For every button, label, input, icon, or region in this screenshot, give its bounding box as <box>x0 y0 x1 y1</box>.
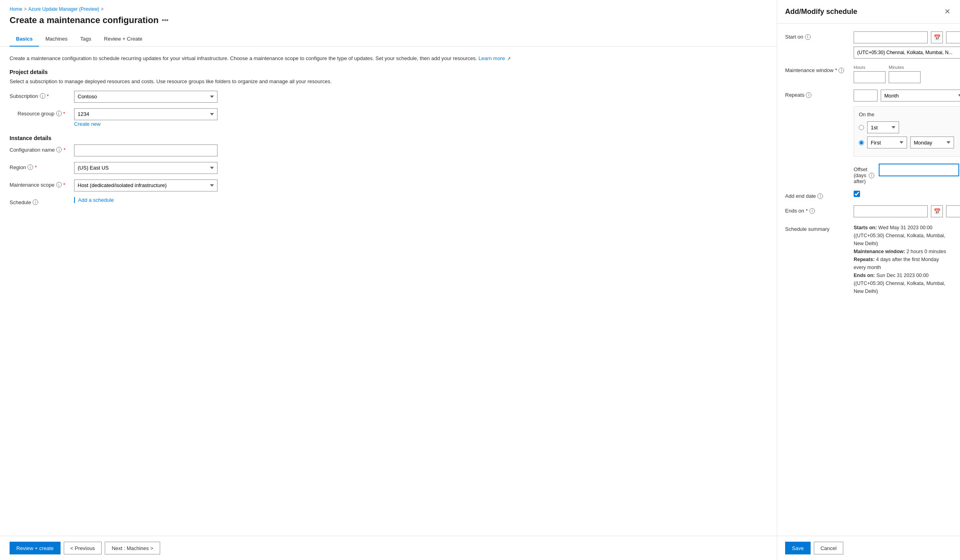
region-info-icon[interactable]: i <box>27 164 33 170</box>
schedule-summary-text: Starts on: Wed May 31 2023 00:00 ((UTC+0… <box>854 224 952 295</box>
config-name-row: Configuration name i * <box>10 144 767 156</box>
start-on-time-input[interactable]: 12:00 AM <box>946 31 960 43</box>
start-on-controls: 05/31/2023 📅 12:00 AM (UTC+05:30) Chenna… <box>854 31 960 59</box>
page-title: Create a maintenance configuration ••• <box>10 15 767 25</box>
minutes-group: Minutes 0 <box>889 65 921 83</box>
offset-info-icon[interactable]: i <box>869 173 874 178</box>
config-name-input[interactable] <box>74 144 217 156</box>
resource-group-control: 1234 Create new <box>74 108 217 127</box>
ends-on-row: Ends on * i 12/31/2023 📅 12:00 AM <box>785 205 952 217</box>
ends-on-info-icon[interactable]: i <box>809 208 815 214</box>
config-name-control <box>74 144 217 156</box>
region-select[interactable]: (US) East US <box>74 162 217 174</box>
region-label: Region i * <box>10 162 69 170</box>
project-details-title: Project details <box>10 69 767 75</box>
schedule-summary-row: Schedule summary Starts on: Wed May 31 2… <box>785 224 952 295</box>
panel-title: Add/Modify schedule <box>785 8 857 16</box>
panel-footer: Save Cancel <box>777 536 960 560</box>
on-the-radio-2[interactable] <box>859 140 864 145</box>
review-create-button[interactable]: Review + create <box>10 542 61 554</box>
on-the-ordinal-select[interactable]: First <box>867 137 907 148</box>
breadcrumb-sep2: > <box>101 6 104 12</box>
previous-button[interactable]: < Previous <box>64 542 102 554</box>
on-the-day-select[interactable]: Monday <box>910 137 954 148</box>
tab-basics[interactable]: Basics <box>10 32 39 47</box>
maintenance-window-row: Maintenance window * i Hours 2 Minutes 0 <box>785 65 952 83</box>
start-on-row: Start on i 05/31/2023 📅 12:00 AM (UTC+05… <box>785 31 952 59</box>
subscription-select[interactable]: Contoso <box>74 91 217 103</box>
region-row: Region i * (US) East US <box>10 162 767 174</box>
hours-group: Hours 2 <box>854 65 886 83</box>
maintenance-scope-info-icon[interactable]: i <box>56 182 62 187</box>
start-on-date-input[interactable]: 05/31/2023 <box>854 31 928 43</box>
offset-input[interactable]: 4 <box>879 164 959 176</box>
add-end-date-label: Add end date i <box>785 191 849 199</box>
repeats-count-input[interactable]: 1 <box>854 90 878 101</box>
more-options-icon[interactable]: ••• <box>162 17 168 24</box>
schedule-summary-controls: Starts on: Wed May 31 2023 00:00 ((UTC+0… <box>854 224 952 295</box>
config-name-info-icon[interactable]: i <box>56 147 62 152</box>
add-end-date-checkbox[interactable] <box>854 191 860 197</box>
create-new-link[interactable]: Create new <box>74 121 217 127</box>
tab-tags[interactable]: Tags <box>74 32 98 47</box>
panel-save-button[interactable]: Save <box>785 542 811 554</box>
start-on-info-icon[interactable]: i <box>805 34 811 40</box>
breadcrumb-home[interactable]: Home <box>10 6 22 12</box>
radio-row-1: 1st <box>859 121 960 133</box>
breadcrumb-sep1: > <box>24 6 27 12</box>
on-the-section: On the 1st First <box>854 106 960 157</box>
repeats-controls: 1 Month On the 1st <box>854 90 960 184</box>
ends-on-date-input[interactable]: 12/31/2023 <box>854 205 928 217</box>
panel-close-button[interactable]: ✕ <box>943 6 952 17</box>
maintenance-scope-row: Maintenance scope i * Host (dedicated/is… <box>10 180 767 191</box>
ends-on-label: Ends on * i <box>785 205 849 214</box>
hours-input[interactable]: 2 <box>854 71 886 83</box>
ends-on-calendar-icon[interactable]: 📅 <box>931 205 943 217</box>
subscription-info-icon[interactable]: i <box>40 93 45 99</box>
repeats-row: Repeats i 1 Month On the <box>785 90 952 184</box>
project-details-desc: Select a subscription to manage deployed… <box>10 78 767 84</box>
offset-label: Offset (days after) i <box>854 164 874 184</box>
resource-group-info-icon[interactable]: i <box>56 111 62 116</box>
offset-row: Offset (days after) i 4 ✓ <box>854 164 960 184</box>
repeats-period-select[interactable]: Month <box>881 90 960 101</box>
start-on-timezone-select[interactable]: (UTC+05:30) Chennai, Kolkata, Mumbai, N.… <box>854 47 960 59</box>
subscription-label: Subscription i * <box>10 91 69 99</box>
learn-more-link[interactable]: Learn more <box>478 55 505 61</box>
panel-cancel-button[interactable]: Cancel <box>814 542 843 554</box>
subscription-row: Subscription i * Contoso <box>10 91 767 103</box>
repeats-input-row: 1 Month <box>854 90 960 101</box>
page-header: Home > Azure Update Manager (Preview) > … <box>0 0 777 32</box>
add-end-date-info-icon[interactable]: i <box>817 193 823 199</box>
maintenance-scope-label: Maintenance scope i * <box>10 180 69 188</box>
on-the-day-num-select[interactable]: 1st <box>867 121 899 133</box>
content-area: Create a maintenance configuration to sc… <box>0 47 777 536</box>
footer-bar: Review + create < Previous Next : Machin… <box>0 536 777 560</box>
schedule-summary-label: Schedule summary <box>785 224 849 232</box>
tab-review-create[interactable]: Review + Create <box>98 32 149 47</box>
on-the-radio-1[interactable] <box>859 125 864 130</box>
radio-row-2: First Monday <box>859 137 960 148</box>
breadcrumb: Home > Azure Update Manager (Preview) > <box>10 6 767 12</box>
minutes-label: Minutes <box>889 65 921 70</box>
maintenance-window-label: Maintenance window * i <box>785 65 849 73</box>
next-machines-button[interactable]: Next : Machines > <box>105 542 160 554</box>
schedule-row: Schedule i Add a schedule <box>10 197 767 205</box>
repeats-info-icon[interactable]: i <box>806 92 811 98</box>
schedule-label: Schedule i <box>10 197 69 205</box>
add-schedule-link[interactable]: Add a schedule <box>74 197 114 203</box>
maintenance-scope-select[interactable]: Host (dedicated/isolated infrastructure) <box>74 180 217 191</box>
ends-on-time-input[interactable]: 12:00 AM <box>946 205 960 217</box>
ends-on-date-row: 12/31/2023 📅 12:00 AM <box>854 205 960 217</box>
start-on-calendar-icon[interactable]: 📅 <box>931 31 943 43</box>
maintenance-window-info-icon[interactable]: i <box>839 68 844 73</box>
schedule-info-icon[interactable]: i <box>33 199 38 205</box>
minutes-input[interactable]: 0 <box>889 71 921 83</box>
hours-label: Hours <box>854 65 886 70</box>
tab-machines[interactable]: Machines <box>39 32 74 47</box>
resource-group-select[interactable]: 1234 <box>74 108 217 120</box>
start-on-label: Start on i <box>785 31 849 40</box>
breadcrumb-azure[interactable]: Azure Update Manager (Preview) <box>28 6 99 12</box>
offset-controls: 4 ✓ <box>879 164 960 176</box>
region-control: (US) East US <box>74 162 217 174</box>
